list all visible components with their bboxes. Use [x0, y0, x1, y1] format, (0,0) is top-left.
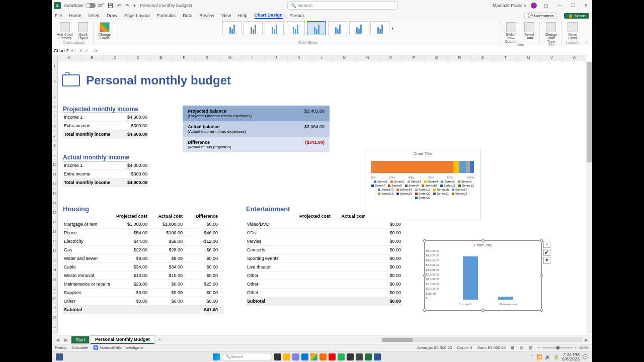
chart-filter-icon[interactable]: ▼: [543, 257, 550, 264]
row-headers[interactable]: 1234567891011121314151617181920212223242…: [52, 61, 58, 335]
battery-icon[interactable]: 🔋: [553, 354, 559, 359]
system-tray[interactable]: ˄ 📶 🔊 🔋 7:34 PM 6/8/2023 💬: [531, 352, 588, 361]
tab-view[interactable]: View: [221, 13, 231, 18]
tab-file[interactable]: File: [55, 13, 62, 18]
tab-home[interactable]: Home: [69, 13, 82, 18]
horizontal-scrollbar[interactable]: [381, 337, 583, 342]
view-normal-icon[interactable]: ▦: [511, 345, 515, 350]
redo-icon[interactable]: ↷: [125, 3, 129, 8]
save-icon[interactable]: 💾: [108, 3, 113, 8]
add-sheet-icon[interactable]: +: [155, 337, 164, 342]
select-data-button[interactable]: Select Data: [521, 22, 537, 40]
view-pagelayout-icon[interactable]: ▤: [520, 345, 524, 350]
change-chart-type-button[interactable]: Change Chart Type: [543, 22, 559, 43]
tab-review[interactable]: Review: [199, 13, 214, 18]
document-name[interactable]: Personal monthly budget1: [140, 3, 193, 8]
autosave-toggle[interactable]: AutoSave Off: [64, 3, 104, 8]
name-box[interactable]: Chart 2▾: [52, 48, 76, 53]
windows-taskbar: 🔍 Search ˄ 📶 🔊 🔋 7:34 PM 6/8/2023 💬: [52, 351, 592, 362]
quick-layout-button[interactable]: Quick Layout: [75, 22, 91, 40]
app3-icon[interactable]: [347, 353, 354, 360]
taskbar-search[interactable]: 🔍 Search: [222, 353, 272, 361]
sheet-tab-budget[interactable]: Personal Monthly Budget: [91, 335, 154, 344]
move-chart-button[interactable]: Move Chart: [565, 22, 581, 40]
word-icon[interactable]: [374, 353, 381, 360]
excel-taskbar-icon[interactable]: [365, 353, 372, 360]
collapse-ribbon-icon[interactable]: ⌄: [584, 38, 589, 45]
tab-format[interactable]: Format: [290, 13, 304, 18]
status-sum: Sum: $4,600.00: [477, 345, 506, 350]
volume-icon[interactable]: 🔊: [545, 354, 550, 359]
sheet-tab-start[interactable]: Start: [71, 336, 90, 344]
notifications-icon[interactable]: 💬: [583, 354, 588, 359]
chart-styles-gallery[interactable]: ▾: [222, 21, 393, 35]
share-button[interactable]: 🔒 Share: [564, 13, 589, 19]
minimize-icon[interactable]: —: [555, 3, 564, 8]
vertical-scrollbar[interactable]: [586, 61, 592, 335]
tab-draw[interactable]: Draw: [107, 13, 117, 18]
excel-window: X AutoSave Off 💾 ↶ ↷ ▾ Personal monthly …: [52, 0, 592, 351]
tray-chevron-icon[interactable]: ˄: [531, 354, 533, 359]
chart-plot-area[interactable]: $5,000.00$4,500.00$4,000.00$3,500.00$3,0…: [425, 249, 541, 300]
teams-icon[interactable]: [292, 353, 299, 360]
tab-insert[interactable]: Insert: [89, 13, 100, 18]
cancel-fx-icon[interactable]: ✕: [79, 48, 83, 53]
taskview-icon[interactable]: [274, 353, 281, 360]
chart-style-6[interactable]: [328, 21, 347, 35]
start-icon[interactable]: [213, 353, 220, 360]
explorer-icon[interactable]: [283, 353, 290, 360]
toggle-icon[interactable]: [86, 3, 96, 8]
view-pagebreak-icon[interactable]: ▧: [529, 345, 533, 350]
change-colors-button[interactable]: Change Colors: [97, 22, 113, 40]
app4-icon[interactable]: [356, 353, 363, 360]
spreadsheet-grid[interactable]: ABCDEFGHIJKLMNOPQRSTUVW 1234567891011121…: [52, 55, 592, 335]
app2-icon[interactable]: [338, 353, 345, 360]
undo-icon[interactable]: ↶: [117, 3, 121, 8]
youtube-icon[interactable]: [329, 353, 336, 360]
chart-style-1[interactable]: [222, 21, 242, 35]
chart-style-4[interactable]: [286, 21, 305, 35]
chrome-icon[interactable]: [310, 353, 317, 360]
column-headers[interactable]: ABCDEFGHIJKLMNOPQRSTUVW: [52, 55, 586, 61]
tab-chartdesign[interactable]: Chart Design: [255, 13, 283, 19]
tab-data[interactable]: Data: [183, 13, 192, 18]
chart-style-2[interactable]: [244, 21, 263, 35]
switch-row-column-button[interactable]: Switch Row/ Column: [503, 22, 519, 43]
tab-formulas[interactable]: Formulas: [157, 13, 176, 18]
styles-more-icon[interactable]: ▾: [391, 26, 393, 31]
fx-icon[interactable]: fx: [92, 48, 100, 53]
sheet-nav-next-icon[interactable]: ▶: [62, 337, 70, 342]
tab-pagelayout[interactable]: Page Layout: [124, 13, 150, 18]
enter-fx-icon[interactable]: ✓: [85, 48, 89, 53]
chart-styles-icon[interactable]: 🖌: [543, 249, 550, 256]
chart-column-selected[interactable]: + 🖌 ▼ Chart Title $5,000.00$4,500.00$4,0…: [424, 240, 542, 311]
maximize-icon[interactable]: ☐: [569, 3, 577, 8]
avatar-icon[interactable]: [531, 3, 537, 9]
search-input[interactable]: 🔍 Search: [287, 2, 398, 10]
chart-style-3[interactable]: [265, 21, 284, 35]
money-icon: [62, 74, 80, 86]
app-icon[interactable]: [319, 353, 327, 360]
actual-income-block: Actual monthly income Income 1$4,000.00 …: [63, 154, 148, 187]
wifi-icon[interactable]: 📶: [536, 354, 542, 359]
zoom-in-icon[interactable]: +: [575, 345, 577, 350]
tab-help[interactable]: Help: [238, 13, 248, 18]
chart-style-5[interactable]: [307, 21, 326, 35]
comments-button[interactable]: 💬 Comments: [524, 13, 557, 19]
ribbon-mode-icon[interactable]: ▢: [542, 3, 550, 8]
chart-style-7[interactable]: [349, 21, 368, 35]
edge-icon[interactable]: [301, 353, 308, 360]
widgets-icon[interactable]: [56, 353, 63, 360]
chart-elements-icon[interactable]: +: [543, 241, 550, 248]
sheet-nav-prev-icon[interactable]: ◀: [54, 337, 61, 342]
chart-style-8[interactable]: [370, 21, 389, 35]
zoom-slider[interactable]: [542, 347, 573, 348]
chart-stacked-bar[interactable]: Chart Title 0%20%40%60%80%100% Series1Se…: [365, 149, 480, 219]
close-icon[interactable]: ✕: [582, 3, 590, 8]
add-chart-element-button[interactable]: Add Chart Element: [57, 22, 73, 40]
username[interactable]: Mpolaze Francis: [493, 3, 526, 8]
status-accessibility[interactable]: ♿ Accessibility: Investigate: [93, 345, 142, 350]
status-count: Count: 4: [457, 345, 472, 350]
zoom-out-icon[interactable]: −: [538, 345, 540, 350]
zoom-control[interactable]: − + 100%: [538, 345, 589, 350]
